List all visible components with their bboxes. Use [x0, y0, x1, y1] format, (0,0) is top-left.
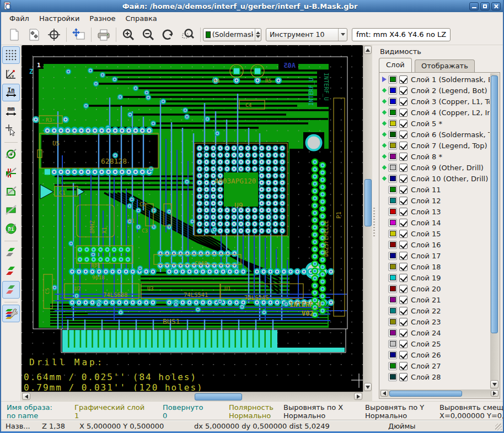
title-bar[interactable]: Файл: /home/a/demos/interf_u/gerber/inte…	[1, 0, 503, 12]
layer-visibility-checkbox[interactable]	[399, 263, 408, 271]
tool-select-arrow[interactable]	[338, 29, 347, 41]
layer-color-swatch[interactable]	[388, 307, 398, 315]
layer-row-7[interactable]: Слой 7 (Legend, Top)	[380, 140, 490, 151]
pcb-canvas[interactable]: U5628128R3C1C4R4R5RP1U274LS688U374LS541U…	[22, 45, 363, 391]
layer-visibility-checkbox[interactable]	[399, 98, 408, 106]
lines-mode-button[interactable]	[2, 164, 20, 181]
canvas-hscrollbar[interactable]	[22, 392, 363, 401]
layer-color-swatch[interactable]	[388, 109, 398, 117]
layer-visibility-checkbox[interactable]	[399, 318, 408, 326]
scroll-right-button[interactable]	[354, 393, 362, 400]
tab-render[interactable]: Отображать	[415, 59, 475, 72]
layer-row-26[interactable]: Слой 26	[380, 349, 490, 360]
layer-row-4[interactable]: Слой 4 (Copper, L2, In1)	[380, 107, 490, 118]
layers-scroll-left-button[interactable]	[380, 390, 388, 397]
layer-color-swatch[interactable]	[388, 197, 398, 205]
layer-color-swatch[interactable]	[388, 274, 398, 282]
layer-color-swatch[interactable]	[388, 230, 398, 238]
layer-color-swatch[interactable]	[388, 362, 398, 370]
layer-color-swatch[interactable]	[388, 318, 398, 326]
layer-visibility-checkbox[interactable]	[399, 175, 408, 183]
layer-row-20[interactable]: Слой 20	[380, 283, 490, 294]
redraw-button[interactable]	[158, 26, 178, 44]
sheet-size-button[interactable]	[69, 26, 89, 44]
layer-color-swatch[interactable]	[388, 208, 398, 216]
layers-hscrollbar[interactable]	[380, 389, 499, 398]
menu-3[interactable]: Справка	[121, 13, 162, 24]
layer-row-3[interactable]: Слой 3 (Copper, L1, Top)	[380, 96, 490, 107]
rect-mode-button[interactable]	[2, 201, 20, 219]
layer-visibility-checkbox[interactable]	[399, 131, 408, 139]
scroll-up-button[interactable]	[364, 46, 372, 54]
layer-color-swatch[interactable]	[388, 351, 398, 359]
layer-visibility-checkbox[interactable]	[399, 186, 408, 194]
layer-color-swatch[interactable]	[388, 186, 398, 194]
layer-visibility-checkbox[interactable]	[399, 252, 408, 260]
layers-vscrollbar[interactable]	[490, 73, 499, 389]
minimize-button[interactable]	[469, 2, 479, 10]
layer-color-swatch[interactable]	[388, 120, 398, 128]
load-drill-button[interactable]	[24, 26, 44, 44]
layer-row-5[interactable]: Слой 5 *	[380, 118, 490, 129]
print-button[interactable]	[94, 26, 114, 44]
layer-color-swatch[interactable]	[388, 164, 398, 172]
layer-color-swatch[interactable]	[388, 241, 398, 249]
layer-visibility-checkbox[interactable]	[399, 142, 408, 150]
layer-color-swatch[interactable]	[388, 340, 398, 348]
layer-row-18[interactable]: Слой 18	[380, 261, 490, 272]
layers-scroll-right-button[interactable]	[491, 390, 498, 397]
layer-row-27[interactable]: Слой 27	[380, 360, 490, 371]
layer-color-swatch[interactable]	[388, 252, 398, 260]
close-button[interactable]	[491, 2, 501, 10]
layers-hscroll-thumb[interactable]	[389, 391, 462, 397]
scroll-down-button[interactable]	[364, 383, 372, 391]
layers-vscroll-thumb[interactable]	[491, 75, 498, 333]
polar-coords-button[interactable]: rφ	[2, 65, 20, 83]
layer-visibility-checkbox[interactable]	[399, 285, 408, 293]
layer-color-swatch[interactable]	[388, 219, 398, 227]
layer-color-swatch[interactable]	[388, 175, 398, 183]
layer-visibility-checkbox[interactable]	[399, 362, 408, 370]
canvas-hscroll-thumb[interactable]	[195, 393, 242, 400]
maximize-button[interactable]	[480, 2, 490, 10]
layer-row-2[interactable]: Слой 2 (Legend, Bot)	[380, 85, 490, 96]
layer-row-28[interactable]: Слой 28	[380, 371, 490, 382]
layer-row-14[interactable]: Слой 14	[380, 217, 490, 228]
layer-row-11[interactable]: Слой 11	[380, 184, 490, 195]
layer-visibility-checkbox[interactable]	[399, 120, 408, 128]
layer-row-8[interactable]: Слой 8 *	[380, 151, 490, 162]
dcodes-toggle-button[interactable]: D1	[2, 220, 20, 237]
new-file-button[interactable]	[4, 26, 24, 44]
zoom-in-button[interactable]	[119, 26, 138, 44]
layer-color-swatch[interactable]	[388, 373, 398, 381]
layer-visibility-checkbox[interactable]	[399, 307, 408, 315]
layer-visibility-checkbox[interactable]	[399, 340, 408, 348]
aperture-button[interactable]	[44, 26, 64, 44]
layer-color-swatch[interactable]	[388, 329, 398, 337]
layer-color-swatch[interactable]	[388, 263, 398, 271]
canvas-vscroll-thumb[interactable]	[364, 179, 372, 226]
layer-visibility-checkbox[interactable]	[399, 86, 408, 95]
layer-display-mode2-button[interactable]	[2, 281, 20, 299]
layer-color-swatch[interactable]	[388, 98, 398, 106]
layer-visibility-checkbox[interactable]	[399, 373, 408, 381]
tab-layers[interactable]: Слой	[379, 58, 412, 72]
layer-visibility-checkbox[interactable]	[399, 164, 408, 172]
menu-0[interactable]: Файл	[4, 13, 34, 24]
cursor-shape-button[interactable]	[2, 121, 20, 139]
units-mm-button[interactable]: mm	[2, 102, 20, 120]
layer-visibility-checkbox[interactable]	[399, 274, 408, 282]
layer-color-swatch[interactable]	[388, 86, 398, 95]
layer-color-swatch[interactable]	[388, 153, 398, 161]
layer-visibility-checkbox[interactable]	[399, 75, 408, 84]
polygons-mode-button[interactable]	[2, 182, 20, 200]
layer-visibility-checkbox[interactable]	[399, 197, 408, 205]
layer-row-1[interactable]: Слой 1 (Soldermask, Bot)	[380, 74, 490, 85]
layer-color-swatch[interactable]	[388, 285, 398, 293]
menu-2[interactable]: Разное	[84, 13, 120, 24]
flashed-items-mode-button[interactable]	[2, 145, 20, 163]
layer-select-spinner[interactable]	[255, 29, 261, 41]
layer-row-19[interactable]: Слой 19	[380, 272, 490, 283]
layer-visibility-checkbox[interactable]	[399, 241, 408, 249]
layer-display-mode0-button[interactable]	[2, 243, 20, 261]
